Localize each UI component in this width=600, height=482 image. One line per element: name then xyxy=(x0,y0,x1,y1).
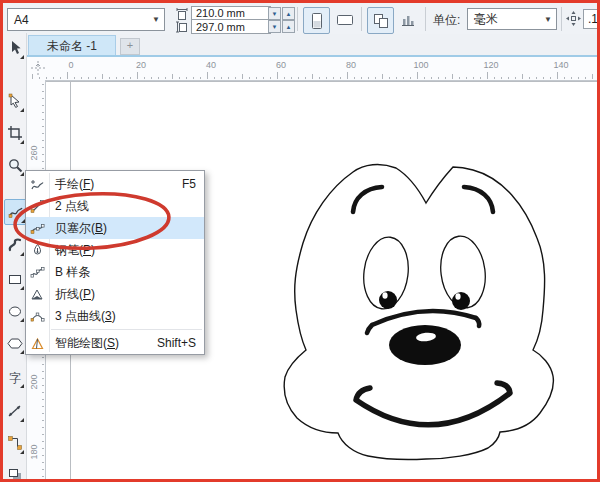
drop-shadow-icon xyxy=(7,467,23,482)
portrait-button[interactable] xyxy=(303,7,330,34)
h-ruler-label: 120 xyxy=(481,60,501,70)
polygon-icon xyxy=(7,335,23,351)
h-ruler-label: 60 xyxy=(271,60,291,70)
new-tab-button[interactable]: + xyxy=(120,38,140,55)
paper-width-field[interactable]: 210.0 mm xyxy=(191,6,271,19)
h-ruler-label: 20 xyxy=(131,60,151,70)
h-ruler-label: 40 xyxy=(201,60,221,70)
page-top-edge xyxy=(46,81,597,82)
ellipse-tool-button[interactable] xyxy=(4,299,25,323)
menu-item-smart-drawing[interactable]: 智能绘图(S) Shift+S xyxy=(26,332,204,354)
chevron-down-icon: ▼ xyxy=(148,15,164,24)
nudge-offset-field[interactable]: .1 m xyxy=(583,9,600,29)
face-left-pupil xyxy=(379,291,397,309)
ruler-origin-icon[interactable] xyxy=(30,60,46,76)
document-tab-bar: 未命名 -1 + xyxy=(26,34,597,57)
menu-item-label: 钢笔(P) xyxy=(49,242,196,259)
cartoon-face-drawing[interactable] xyxy=(265,148,571,482)
paper-size-value: A4 xyxy=(8,13,148,27)
freehand-icon xyxy=(26,177,49,192)
coreldraw-window: A4 ▼ 210.0 mm ▼▲ 297.0 mm ▼▲ 单位: 毫米 ▼ xyxy=(0,0,600,482)
paper-width-spinner[interactable]: ▼▲ xyxy=(268,7,295,20)
landscape-button[interactable] xyxy=(332,7,357,32)
menu-item-label: 智能绘图(S) xyxy=(49,335,157,352)
v-ruler-label: 260 xyxy=(29,141,39,165)
nudge-offset-icon xyxy=(566,11,581,26)
menu-item-freehand[interactable]: 手绘(F) F5 xyxy=(26,173,204,195)
h-ruler-label: 140 xyxy=(551,60,571,70)
rectangle-tool-button[interactable] xyxy=(4,267,25,291)
b-spline-icon xyxy=(26,265,49,280)
v-ruler-label: 200 xyxy=(29,370,39,394)
ellipse-icon xyxy=(7,303,23,319)
menu-item-pen[interactable]: 钢笔(P) xyxy=(26,239,204,261)
zoom-tool-button[interactable] xyxy=(4,153,25,177)
tab-untitled-1[interactable]: 未命名 -1 xyxy=(28,35,116,57)
h-ruler-label: 80 xyxy=(341,60,361,70)
nudge-offset-value: .1 m xyxy=(588,12,600,26)
two-point-line-icon xyxy=(26,199,49,214)
crop-tool-button[interactable] xyxy=(4,121,25,145)
horizontal-ruler[interactable]: 020406080100120140 xyxy=(26,57,597,81)
paper-size-select[interactable]: A4 ▼ xyxy=(7,8,165,31)
face-left-pupil-highlight xyxy=(382,292,387,298)
chevron-down-icon: ▼ xyxy=(540,15,556,24)
face-nose xyxy=(389,325,461,365)
paper-height-spinner[interactable]: ▼▲ xyxy=(268,20,295,33)
menu-item-bezier[interactable]: 贝塞尔(B) xyxy=(26,217,204,239)
dimension-tool-button[interactable] xyxy=(4,399,25,423)
h-ruler-label: 0 xyxy=(61,60,81,70)
shape-tool-icon xyxy=(7,93,23,109)
current-page-icon xyxy=(400,12,416,28)
menu-item-label: B 样条 xyxy=(49,264,196,281)
portrait-icon xyxy=(310,12,324,30)
rectangle-icon xyxy=(7,271,23,287)
pick-tool-button[interactable] xyxy=(4,36,25,60)
pick-arrow-icon xyxy=(7,40,23,56)
freehand-tool-button[interactable] xyxy=(4,199,27,225)
smart-drawing-icon xyxy=(26,336,49,351)
curve-tools-flyout-menu: 手绘(F) F5 2 点线 贝塞尔(B) 钢笔(P) B 样条 折线(P) xyxy=(25,170,205,355)
paper-height-field[interactable]: 297.0 mm xyxy=(191,19,271,34)
current-page-button[interactable] xyxy=(395,7,420,32)
polygon-tool-button[interactable] xyxy=(4,331,25,355)
bezier-icon xyxy=(26,221,49,236)
polyline-icon xyxy=(26,287,49,302)
crop-icon xyxy=(7,125,23,141)
units-select[interactable]: 毫米 ▼ xyxy=(467,8,557,30)
menu-item-label: 贝塞尔(B) xyxy=(49,220,196,237)
menu-item-shortcut: F5 xyxy=(182,177,204,191)
paper-width-icon xyxy=(176,8,188,20)
all-pages-button[interactable] xyxy=(367,7,394,34)
drop-shadow-tool-button[interactable] xyxy=(4,463,25,482)
artistic-media-icon xyxy=(7,237,23,253)
landscape-icon xyxy=(336,13,354,27)
connector-tool-button[interactable] xyxy=(4,431,25,455)
face-right-pupil xyxy=(452,292,470,310)
menu-item-label: 2 点线 xyxy=(49,198,196,215)
paper-height-value: 297.0 mm xyxy=(196,21,245,33)
text-tool-button[interactable]: 字 xyxy=(4,365,25,389)
freehand-curve-icon xyxy=(8,204,24,220)
units-label: 单位: xyxy=(433,12,460,29)
active-tab-underline xyxy=(26,55,597,57)
artistic-media-tool-button[interactable] xyxy=(4,233,25,257)
plus-icon: + xyxy=(127,39,133,51)
paper-height-icon xyxy=(176,21,188,33)
menu-separator xyxy=(51,329,202,330)
magnifier-icon xyxy=(7,157,23,173)
text-icon: 字 xyxy=(7,369,23,385)
three-point-curve-icon xyxy=(26,309,49,324)
toolbox: 字 xyxy=(3,33,27,479)
menu-item-b-spline[interactable]: B 样条 xyxy=(26,261,204,283)
menu-item-label: 折线(P) xyxy=(49,286,196,303)
dimension-icon xyxy=(7,403,23,419)
menu-item-3-point-curve[interactable]: 3 点曲线(3) xyxy=(26,305,204,327)
menu-item-polyline[interactable]: 折线(P) xyxy=(26,283,204,305)
property-bar: A4 ▼ 210.0 mm ▼▲ 297.0 mm ▼▲ 单位: 毫米 ▼ xyxy=(3,3,597,35)
shape-tool-button[interactable] xyxy=(4,89,25,113)
menu-item-label: 手绘(F) xyxy=(49,176,182,193)
menu-item-2-point-line[interactable]: 2 点线 xyxy=(26,195,204,217)
all-pages-icon xyxy=(373,13,389,29)
connector-icon xyxy=(7,435,23,451)
